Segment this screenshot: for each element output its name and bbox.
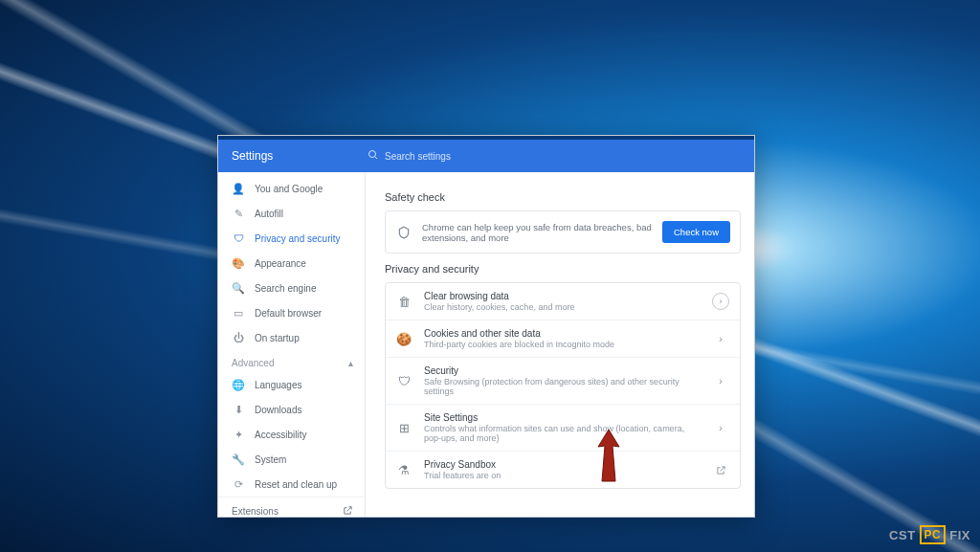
sidebar-item-label: Search engine [255,283,317,294]
row-site-settings[interactable]: ⊞ Site Settings Controls what informatio… [386,404,740,451]
content-area: Safety check Chrome can help keep you sa… [366,172,754,517]
row-clear-browsing-data[interactable]: 🗑 Clear browsing data Clear history, coo… [386,283,740,320]
safety-check-text: Chrome can help keep you safe from data … [422,222,653,243]
chevron-right-icon: › [711,329,730,348]
sidebar-item-label: Accessibility [255,430,306,440]
row-title: Security [424,365,700,376]
advanced-toggle[interactable]: Advanced ▴ [218,350,365,372]
default-browser-icon: ▭ [232,306,245,320]
row-text: Privacy Sandbox Trial features are on [424,459,700,480]
sidebar-item-label: Autofill [255,209,283,219]
sidebar-item-search-engine[interactable]: 🔍 Search engine [218,276,365,300]
row-subtitle: Clear history, cookies, cache, and more [424,302,700,312]
sidebar-item-label: Appearance [255,258,306,269]
security-shield-icon: 🛡 [395,372,412,389]
sidebar-item-you-and-google[interactable]: 👤 You and Google [218,176,365,201]
sidebar-item-label: On startup [255,333,300,343]
check-now-button[interactable]: Check now [662,221,730,243]
svg-point-0 [369,151,376,158]
row-subtitle: Trial features are on [424,471,700,480]
safety-check-heading: Safety check [385,182,741,210]
extensions-label: Extensions [232,506,278,517]
sidebar-item-label: You and Google [255,184,323,194]
privacy-security-heading: Privacy and security [385,254,741,282]
sidebar-item-appearance[interactable]: 🎨 Appearance [218,251,365,276]
search-container [362,149,754,163]
external-link-icon [711,460,730,479]
power-icon: ⏻ [232,331,245,344]
shield-check-icon [395,224,412,241]
arrow-circle-icon: › [711,292,730,311]
sidebar-item-label: System [255,454,286,465]
globe-icon: 🌐 [232,378,245,391]
sidebar-item-system[interactable]: 🔧 System [218,447,365,472]
advanced-label: Advanced [232,358,274,368]
row-title: Clear browsing data [424,291,700,301]
sidebar-item-label: Downloads [255,405,301,415]
person-icon: 👤 [232,182,245,195]
chevron-right-icon: › [711,418,730,437]
sidebar-item-default-browser[interactable]: ▭ Default browser [218,300,365,325]
page-title: Settings [218,149,362,163]
download-icon: ⬇ [232,403,245,416]
sidebar-item-accessibility[interactable]: ✦ Accessibility [218,422,365,447]
sidebar-item-downloads[interactable]: ⬇ Downloads [218,397,365,422]
row-subtitle: Controls what information sites can use … [424,424,700,443]
wrench-icon: 🔧 [232,453,245,466]
sidebar-item-label: Languages [255,380,302,390]
watermark: CST PC FIX [889,525,970,544]
sidebar: 👤 You and Google ✎ Autofill 🛡 Privacy an… [218,172,366,517]
sidebar-item-label: Reset and clean up [255,479,337,490]
row-title: Site Settings [424,412,700,423]
sidebar-item-reset-clean-up[interactable]: ⟳ Reset and clean up [218,472,365,497]
watermark-suffix: FIX [949,528,970,542]
shield-icon: 🛡 [232,232,245,245]
row-subtitle: Safe Browsing (protection from dangerous… [424,377,700,396]
sidebar-item-autofill[interactable]: ✎ Autofill [218,201,365,226]
row-text: Cookies and other site data Third-party … [424,328,700,349]
chevron-up-icon: ▴ [348,358,353,368]
cookie-icon: 🍪 [395,330,412,347]
watermark-box: PC [920,525,947,544]
row-text: Security Safe Browsing (protection from … [424,365,700,396]
header-bar: Settings [218,140,754,172]
row-title: Cookies and other site data [424,328,700,339]
external-link-icon [343,505,353,517]
row-text: Site Settings Controls what information … [424,412,700,443]
reset-icon: ⟳ [232,477,245,491]
row-title: Privacy Sandbox [424,459,700,470]
sidebar-item-languages[interactable]: 🌐 Languages [218,372,365,397]
row-privacy-sandbox[interactable]: ⚗ Privacy Sandbox Trial features are on [386,451,740,488]
search-icon [368,149,379,163]
window-body: 👤 You and Google ✎ Autofill 🛡 Privacy an… [218,172,754,517]
trash-icon: 🗑 [395,293,412,310]
sidebar-item-privacy-security[interactable]: 🛡 Privacy and security [218,226,365,251]
sidebar-item-label: Privacy and security [255,233,340,244]
row-security[interactable]: 🛡 Security Safe Browsing (protection fro… [386,357,740,404]
privacy-security-card: 🗑 Clear browsing data Clear history, coo… [385,282,741,489]
safety-check-row: Chrome can help keep you safe from data … [386,211,740,253]
autofill-icon: ✎ [232,207,245,220]
chevron-right-icon: › [711,371,730,390]
watermark-prefix: CST [889,528,916,542]
settings-window: Settings 👤 You and Google ✎ Autofill 🛡 P… [217,135,755,518]
appearance-icon: 🎨 [232,256,245,270]
svg-line-1 [375,157,378,160]
sidebar-item-label: Default browser [255,308,322,319]
row-subtitle: Third-party cookies are blocked in Incog… [424,340,700,349]
sidebar-item-on-startup[interactable]: ⏻ On startup [218,325,365,350]
row-text: Clear browsing data Clear history, cooki… [424,291,700,312]
accessibility-icon: ✦ [232,428,245,441]
search-input[interactable] [385,151,754,162]
flask-icon: ⚗ [395,461,412,478]
safety-check-card: Chrome can help keep you safe from data … [385,210,741,254]
sidebar-item-extensions[interactable]: Extensions [218,497,365,517]
tune-icon: ⊞ [395,419,412,436]
row-cookies[interactable]: 🍪 Cookies and other site data Third-part… [386,320,740,357]
search-engine-icon: 🔍 [232,281,245,295]
